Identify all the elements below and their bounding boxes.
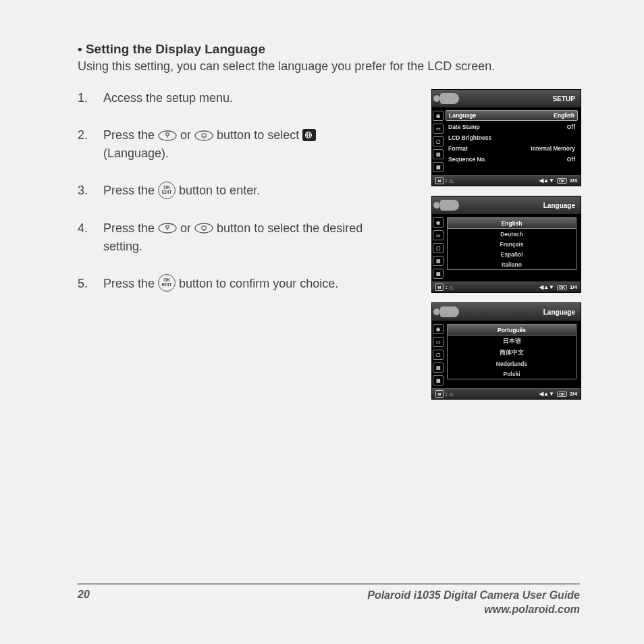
lcd-icon-column: ◉ ▭ ▢ ▤ ▦ [432, 321, 444, 388]
lcd-header: Language [432, 196, 581, 215]
lcd-body: ◉ ▭ ▢ ▤ ▦ English Deutsch Français Españ… [432, 215, 581, 281]
page-footer: 20 Polaroid i1035 Digital Camera User Gu… [78, 583, 580, 617]
svg-point-10 [166, 225, 169, 228]
menu-icon: ▦ [433, 269, 444, 279]
text-fragment: button to enter. [179, 184, 260, 197]
footer-text: Polaroid i1035 Digital Camera User Guide… [90, 589, 580, 617]
row-label: Sequence No. [448, 156, 486, 163]
footer-left-icons: M : ⌂ [435, 284, 453, 291]
m-icon: M [435, 390, 444, 398]
m-icon: M [435, 177, 444, 184]
lcd-header: Language [432, 303, 581, 321]
text-fragment: button to confirm your choice. [179, 277, 338, 290]
language-option[interactable]: 简体中文 [448, 347, 576, 358]
page-indicator: 2/4 [570, 391, 577, 397]
svg-point-3 [195, 131, 213, 140]
language-option[interactable]: English [448, 218, 576, 229]
row-label: Date Stamp [448, 124, 480, 130]
lcd-screen-language-2: Language ◉ ▭ ▢ ▤ ▦ Português 日本语 简 [431, 302, 581, 400]
svg-rect-13 [202, 226, 206, 230]
content-row: 1. Access the setup menu. 2. Press the o… [78, 89, 580, 409]
step-4: 4. Press the or button to select the des… [78, 219, 418, 256]
colon: : [446, 391, 448, 397]
menu-icon: ▢ [433, 350, 444, 360]
text-fragment: Press the [103, 277, 158, 290]
svg-rect-4 [202, 134, 206, 137]
steps-list: 1. Access the setup menu. 2. Press the o… [78, 89, 431, 409]
lcd-icon-column: ◉ ▭ ▢ ▤ ▦ [432, 215, 444, 281]
language-option[interactable]: 日本语 [448, 336, 576, 347]
ok-edit-button-icon [158, 182, 176, 199]
language-option[interactable]: Nederlands [448, 358, 576, 369]
step-number: 4. [78, 219, 103, 256]
language-option[interactable]: Deutsch [448, 229, 576, 239]
lcd-title: Language [543, 308, 576, 316]
menu-icon: ◉ [433, 217, 444, 227]
setup-row-lcd-brightness[interactable]: LCD Brightness [446, 132, 578, 143]
language-box: English Deutsch Français Español Italian… [447, 217, 576, 270]
footer-left-icons: M : ⌂ [435, 390, 453, 398]
nav-arrows-icon: ◀▲▼ [539, 284, 554, 290]
footer-left-icons: M : ⌂ [435, 177, 453, 184]
down-button-icon [194, 223, 213, 234]
menu-icon: ▤ [433, 256, 444, 266]
section-heading: • Setting the Display Language [78, 42, 580, 57]
language-icon [302, 129, 316, 141]
lcd-body: ◉ ▭ ▢ ▤ ▦ Português 日本语 简体中文 Nederlands … [432, 321, 581, 388]
menu-icon: ▦ [433, 162, 444, 172]
footer-nav: ◀▲▼ OK 1/4 [539, 284, 577, 290]
step-number: 5. [78, 275, 103, 293]
lcd-title: SETUP [553, 95, 576, 103]
language-option[interactable]: Français [448, 239, 576, 249]
ok-icon: OK [557, 392, 567, 397]
footer-title: Polaroid i1035 Digital Camera User Guide [367, 589, 580, 601]
up-button-icon [158, 130, 177, 141]
camera-icon [440, 93, 459, 104]
menu-icon: ▭ [433, 124, 444, 134]
language-option[interactable]: Italiano [448, 259, 576, 269]
step-5: 5. Press the button to confirm your choi… [78, 275, 418, 293]
language-option[interactable]: Español [448, 249, 576, 259]
row-value: Off [567, 156, 575, 163]
colon: : [446, 178, 448, 184]
step-text: Access the setup menu. [103, 89, 373, 107]
setup-row-date-stamp[interactable]: Date Stamp Off [446, 122, 578, 132]
text-fragment: Press the [103, 221, 158, 235]
home-icon: ⌂ [450, 391, 453, 398]
text-fragment: or [180, 128, 194, 142]
lcd-screen-setup: SETUP ◉ ▭ ▢ ▤ ▦ Language English [431, 89, 581, 186]
menu-icon: ▭ [433, 230, 444, 240]
up-button-icon [158, 223, 177, 234]
menu-icon: ◉ [433, 324, 444, 334]
m-icon: M [435, 284, 444, 291]
ok-icon: OK [557, 285, 567, 290]
lcd-language-list: English Deutsch Français Español Italian… [444, 215, 581, 281]
text-fragment: Press the [103, 184, 158, 197]
step-number: 2. [78, 126, 103, 163]
home-icon: ⌂ [450, 284, 453, 291]
manual-page: • Setting the Display Language Using thi… [0, 0, 644, 644]
menu-icon: ▢ [433, 136, 444, 146]
step-text: Press the button to confirm your choice. [103, 275, 373, 293]
step-1: 1. Access the setup menu. [78, 89, 418, 107]
colon: : [446, 284, 448, 290]
lcd-footer: M : ⌂ ◀▲▼ OK 1/4 [432, 281, 581, 292]
setup-row-language[interactable]: Language English [446, 110, 578, 121]
lcd-rows: Language English Date Stamp Off LCD Brig… [444, 108, 581, 175]
language-option[interactable]: Português [448, 325, 576, 336]
lcd-language-list: Português 日本语 简体中文 Nederlands Polski [444, 321, 581, 388]
lcd-body: ◉ ▭ ▢ ▤ ▦ Language English Date Stamp [432, 108, 581, 175]
setup-row-sequence-no[interactable]: Sequence No. Off [446, 154, 578, 165]
camera-icon [440, 306, 459, 317]
nav-arrows-icon: ◀▲▼ [539, 178, 554, 184]
language-option[interactable]: Polski [448, 369, 576, 379]
step-text: Press the button to enter. [103, 182, 373, 200]
down-button-icon [194, 130, 213, 141]
section-intro: Using this setting, you can select the l… [78, 58, 580, 74]
page-number: 20 [78, 589, 90, 617]
text-fragment: (Language). [103, 146, 169, 160]
footer-nav: ◀▲▼ OK 2/3 [539, 178, 577, 184]
setup-row-format[interactable]: Format Internal Memory [446, 143, 578, 154]
nav-arrows-icon: ◀▲▼ [539, 391, 554, 397]
text-fragment: button to select [217, 128, 302, 142]
